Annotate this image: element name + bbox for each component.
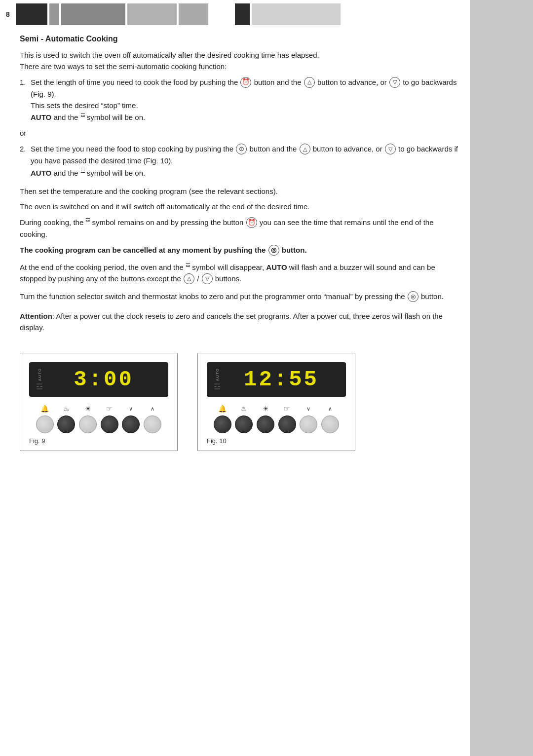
item-2-num: 2. bbox=[20, 143, 31, 179]
block-1 bbox=[16, 3, 47, 25]
btn-steam: ♨ bbox=[57, 404, 75, 433]
right-sidebar bbox=[470, 0, 533, 756]
item-2-content: Set the time you need the food to stop c… bbox=[31, 143, 460, 179]
figure-9-display: AUTO ☲ 3:00 bbox=[29, 362, 168, 397]
block-6 bbox=[235, 3, 250, 25]
down-icon-2: ▽ bbox=[385, 144, 396, 154]
page-number: 8 bbox=[0, 0, 16, 29]
attention-para: Attention: After a power cut the clock r… bbox=[20, 310, 460, 334]
block-5 bbox=[179, 3, 208, 25]
figure-10-label: Fig. 10 bbox=[207, 437, 346, 445]
intro-para-1: This is used to switch the oven off auto… bbox=[20, 49, 460, 73]
block-7 bbox=[252, 3, 341, 25]
top-bar: 8 bbox=[0, 0, 533, 29]
numbered-item-1: 1. Set the length of time you need to co… bbox=[20, 76, 460, 123]
clock-icon-3: ⏰ bbox=[246, 217, 257, 228]
cancel-icon: ◎ bbox=[268, 245, 279, 256]
btn-down: ∨ bbox=[122, 404, 140, 433]
auto-label-1: AUTO bbox=[31, 113, 51, 121]
figure-10-time: 12:55 bbox=[224, 367, 339, 392]
para-6: At the end of the cooking period, the ov… bbox=[20, 261, 460, 285]
btn-bell-10: 🔔 bbox=[214, 404, 231, 433]
figure-10-box: AUTO ☲ 12:55 🔔 ♨ ☀ bbox=[197, 353, 355, 451]
auto-indicator-9: AUTO ☲ bbox=[36, 368, 43, 391]
btn-up: ∧ bbox=[144, 404, 161, 433]
btn-bell: 🔔 bbox=[36, 404, 54, 433]
btn-down-10: ∨ bbox=[300, 404, 317, 433]
section-title: Semi - Automatic Cooking bbox=[20, 35, 460, 43]
figure-9-label: Fig. 9 bbox=[29, 437, 168, 445]
up-icon-2: △ bbox=[300, 144, 310, 154]
figure-10-button-row: 🔔 ♨ ☀ ☞ ∨ bbox=[207, 404, 346, 433]
cancel-line: The cooking program can be cancelled at … bbox=[20, 244, 460, 256]
btn-up-10: ∧ bbox=[321, 404, 339, 433]
btn-sun: ☀ bbox=[79, 404, 97, 433]
btn-hand: ☞ bbox=[101, 404, 118, 433]
clock-icon-1: ⏰ bbox=[240, 77, 251, 88]
down-icon-3: ▽ bbox=[202, 273, 213, 284]
or-separator: or bbox=[20, 129, 460, 137]
bars-symbol-3: ☲ bbox=[85, 217, 90, 223]
block-4 bbox=[127, 3, 177, 25]
btn-sun-10: ☀ bbox=[257, 404, 274, 433]
figure-10-display: AUTO ☲ 12:55 bbox=[207, 362, 346, 397]
btn-steam-10: ♨ bbox=[235, 404, 253, 433]
block-3 bbox=[61, 3, 125, 25]
para-7: Turn the function selector switch and th… bbox=[20, 291, 460, 302]
figure-9-box: AUTO ☲ 3:00 🔔 ♨ ☀ bbox=[20, 353, 178, 451]
figures-row: AUTO ☲ 3:00 🔔 ♨ ☀ bbox=[20, 353, 460, 451]
block-2 bbox=[49, 3, 59, 25]
attention-bold: Attention bbox=[20, 312, 52, 320]
para-5: During cooking, the ☲ symbol remains on … bbox=[20, 216, 460, 240]
auto-indicator-10: AUTO ☲ bbox=[214, 368, 221, 391]
para-3: Then set the temperature and the cooking… bbox=[20, 186, 460, 197]
btn-hand-10: ☞ bbox=[278, 404, 296, 433]
item-1-num: 1. bbox=[20, 76, 31, 123]
manual-icon: ◎ bbox=[408, 291, 419, 302]
top-bar-blocks bbox=[16, 0, 533, 29]
item-1-content: Set the length of time you need to cook … bbox=[31, 76, 460, 123]
clock-icon-2: ⊙ bbox=[236, 144, 247, 154]
up-icon-3: △ bbox=[184, 273, 194, 284]
bars-symbol-1: ☲ bbox=[80, 112, 85, 118]
auto-label-2: AUTO bbox=[31, 169, 51, 177]
para-4: The oven is switched on and it will swit… bbox=[20, 201, 460, 212]
main-content: Semi - Automatic Cooking This is used to… bbox=[20, 35, 460, 451]
down-icon-1: ▽ bbox=[389, 77, 400, 88]
figure-9-time: 3:00 bbox=[46, 367, 161, 392]
up-icon-1: △ bbox=[304, 77, 315, 88]
numbered-item-2: 2. Set the time you need the food to sto… bbox=[20, 143, 460, 179]
figure-9-button-row: 🔔 ♨ ☀ ☞ ∨ bbox=[29, 404, 168, 433]
block-gap bbox=[210, 3, 235, 25]
bars-symbol-2: ☲ bbox=[80, 168, 85, 174]
bars-symbol-4: ☲ bbox=[186, 262, 190, 268]
